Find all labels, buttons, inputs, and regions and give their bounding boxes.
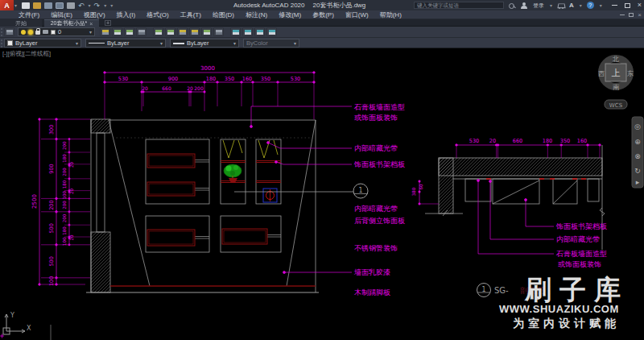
help-caret-icon[interactable]: ▾ — [600, 2, 602, 8]
menu-insert[interactable]: 插入(I) — [111, 10, 142, 19]
match-layer-icon[interactable] — [112, 27, 122, 36]
menu-help[interactable]: 帮助(H) — [374, 10, 407, 19]
lineweight-control-dropdown[interactable]: ByLayer ▾ — [170, 39, 239, 48]
sign-in-caret-icon[interactable]: ▾ — [550, 2, 552, 8]
menu-edit[interactable]: 编辑(E) — [45, 10, 78, 19]
quick-access-toolbar: ↶ ▾ ↷ ▾ ▾ — [22, 2, 113, 9]
sign-in-link[interactable]: 登录 — [533, 2, 544, 10]
menu-view[interactable]: 视图(V) — [78, 10, 111, 19]
search-icon[interactable] — [509, 2, 516, 9]
viewport-controls-label[interactable]: [-][俯视][二维线框] — [2, 50, 51, 58]
layer-turn-on-icon[interactable] — [201, 27, 212, 36]
menu-draw[interactable]: 绘图(D) — [207, 10, 240, 19]
toolbar-grip[interactable] — [1, 28, 2, 36]
svg-text:20: 20 — [69, 234, 74, 240]
menu-file[interactable]: 文件(F) — [13, 10, 45, 19]
help-icon[interactable]: ? — [587, 2, 594, 9]
new-tab-button[interactable]: + — [105, 20, 111, 26]
viewcube-top-face: 上 — [612, 68, 621, 78]
viewcube-south: 南 — [613, 84, 620, 91]
layer-dropdown-caret-icon[interactable]: ▾ — [89, 29, 92, 35]
autocad-logo-icon[interactable]: A — [0, 0, 14, 10]
svg-text:350: 350 — [261, 76, 270, 82]
layer-merge-icon[interactable] — [242, 27, 253, 36]
layer-properties-icon[interactable] — [4, 27, 14, 36]
doc-restore-button[interactable] — [629, 13, 634, 17]
viewcube[interactable]: 上 北 南 西 东 WCS — [598, 56, 634, 110]
tab-document[interactable]: 20套书柜小品* × — [44, 19, 99, 27]
color-caret-icon[interactable]: ▾ — [76, 40, 78, 46]
undo-caret-icon[interactable]: ▾ — [89, 2, 91, 8]
navigation-bar[interactable]: ◎ ⊕ ⊗ ↻ ▸ — [632, 117, 643, 188]
maximize-button[interactable] — [625, 3, 630, 8]
qat-customize-caret-icon[interactable]: ▾ — [110, 2, 113, 8]
store-caret-icon[interactable]: ▾ — [580, 2, 582, 8]
menu-window[interactable]: 窗口(W) — [340, 10, 374, 19]
svg-text:530: 530 — [118, 76, 128, 82]
new-file-icon[interactable] — [22, 2, 30, 9]
layer-previous-icon[interactable] — [124, 27, 134, 36]
autodesk-account-icon[interactable]: A — [569, 2, 574, 9]
drawing-canvas[interactable]: [-][俯视][二维线框] — [0, 48, 644, 340]
svg-text:500: 500 — [48, 223, 55, 233]
redo-caret-icon[interactable]: ▾ — [104, 2, 106, 8]
svg-text:SG-: SG- — [494, 286, 509, 295]
svg-text:或饰面板装饰: 或饰面板装饰 — [558, 260, 601, 268]
layer-thaw-all-icon[interactable] — [213, 27, 224, 36]
svg-text:石膏板墙面造型: 石膏板墙面造型 — [353, 103, 405, 111]
make-current-icon[interactable] — [100, 27, 110, 36]
detail-bubble-1: 1 — [234, 184, 368, 198]
save-icon[interactable] — [44, 2, 52, 9]
elevation-leaders — [250, 106, 353, 274]
color-control-dropdown[interactable]: ByLayer ▾ — [4, 39, 81, 48]
linetype-caret-icon[interactable]: ▾ — [160, 40, 163, 46]
open-file-icon[interactable] — [33, 2, 41, 9]
svg-text:160: 160 — [242, 76, 252, 82]
layer-lock-fade-icon[interactable] — [266, 27, 277, 36]
lineweight-caret-icon[interactable]: ▾ — [233, 40, 236, 46]
redo-icon[interactable]: ↷ — [94, 2, 101, 9]
layer-lock-icon[interactable] — [35, 31, 40, 35]
layer-control-dropdown[interactable]: 0 ▾ — [18, 27, 95, 36]
svg-text:180: 180 — [62, 154, 67, 163]
layer-isolate-icon[interactable] — [153, 27, 163, 36]
layer-plot-icon[interactable] — [43, 30, 48, 34]
elevation-callout-labels: 石膏板墙面造型 或饰面板装饰 内部暗藏光带 饰面板书架档板 内部暗藏光带 后背侧… — [353, 103, 405, 296]
layer-on-icon[interactable] — [21, 30, 26, 35]
layers-toolbar: 0 ▾ — [0, 27, 644, 38]
layer-off-icon[interactable] — [189, 27, 200, 36]
linetype-control-dropdown[interactable]: ByLayer ▾ — [85, 39, 166, 48]
minimize-button[interactable] — [612, 5, 617, 6]
search-input[interactable] — [414, 2, 504, 9]
properties-toolbar: ByLayer ▾ ByLayer ▾ ByLayer ▾ ByColor ▾ — [0, 38, 644, 48]
doc-close-button[interactable]: × — [638, 12, 642, 19]
menu-modify[interactable]: 修改(M) — [273, 10, 307, 19]
menu-tools[interactable]: 工具(T) — [175, 10, 207, 19]
save-as-icon[interactable] — [56, 2, 64, 9]
layer-delete-icon[interactable] — [254, 27, 265, 36]
app-menu-caret-icon[interactable]: ▾ — [14, 2, 17, 8]
layer-states-icon[interactable] — [136, 27, 147, 36]
tab-close-icon[interactable]: × — [89, 21, 93, 27]
svg-text:饰面板书架档板: 饰面板书架档板 — [353, 160, 405, 168]
section-cut-symbol — [263, 189, 277, 202]
tab-start[interactable]: 开始 — [0, 19, 42, 27]
doc-minimize-button[interactable] — [620, 15, 625, 15]
layer-walk-icon[interactable] — [230, 27, 241, 36]
close-button[interactable]: × — [638, 2, 642, 9]
layer-freeze-icon[interactable] — [177, 27, 188, 36]
title-bar: A ▾ ↶ ▾ ↷ ▾ ▾ Autodesk AutoCAD 202020套书柜… — [0, 0, 644, 10]
svg-text:200: 200 — [62, 201, 67, 209]
undo-icon[interactable]: ↶ — [78, 2, 85, 9]
layer-thaw-icon[interactable] — [28, 30, 33, 35]
app-store-cart-icon[interactable] — [557, 2, 564, 9]
menu-format[interactable]: 格式(O) — [141, 10, 175, 19]
menu-parametric[interactable]: 参数(P) — [307, 10, 340, 19]
file-tab-bar: 开始 20套书柜小品* × + — [0, 19, 644, 27]
user-icon[interactable] — [521, 2, 528, 9]
plot-icon[interactable] — [67, 2, 75, 9]
menu-dimension[interactable]: 标注(N) — [240, 10, 273, 19]
toolbar-grip[interactable] — [1, 39, 2, 48]
layer-unisolate-icon[interactable] — [165, 27, 175, 36]
svg-text:500: 500 — [48, 256, 55, 266]
